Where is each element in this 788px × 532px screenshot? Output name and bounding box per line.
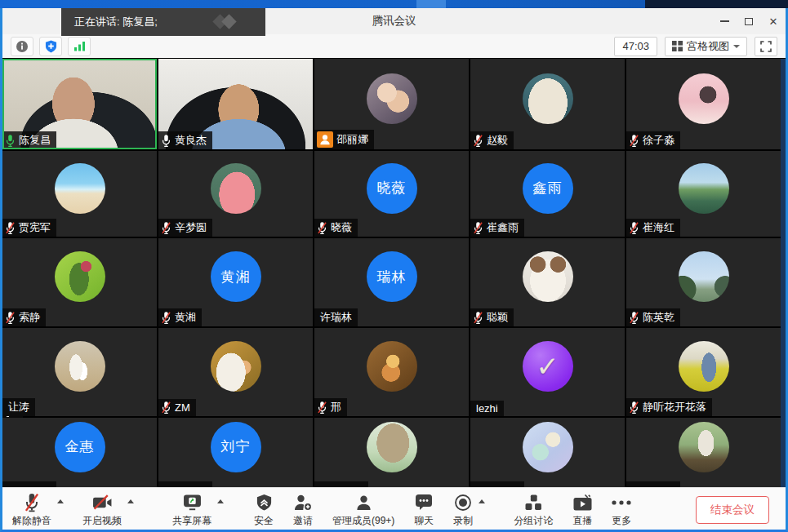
participant-tile[interactable]: 静听花开花落 <box>626 328 781 416</box>
info-icon <box>16 40 29 53</box>
window-controls: ✕ <box>712 8 786 34</box>
participant-tile[interactable]: 索静 <box>2 238 157 326</box>
participant-name: 辛梦圆 <box>175 220 207 235</box>
participant-avatar <box>211 163 261 214</box>
record-button[interactable]: 录制 <box>453 492 473 528</box>
end-meeting-button[interactable]: 结束会议 <box>696 496 769 524</box>
live-stream-button[interactable]: 直播 <box>572 492 592 528</box>
share-screen-button[interactable]: 共享屏幕 <box>172 492 211 528</box>
participant-tile[interactable]: 陈英乾 <box>626 238 781 326</box>
chevron-up-icon[interactable] <box>127 499 134 503</box>
security-button[interactable]: 安全 <box>254 492 274 528</box>
manage-members-label: 管理成员(99+) <box>332 514 394 528</box>
start-video-label: 开启视频 <box>82 514 122 528</box>
chat-button[interactable]: 聊天 <box>414 492 434 528</box>
breakout-rooms-button[interactable]: 分组讨论 <box>514 492 553 528</box>
start-video-button[interactable]: 开启视频 <box>82 492 122 528</box>
participant-name: 聪颖 <box>487 310 508 325</box>
participant-tile[interactable]: 崔海红 <box>626 151 781 237</box>
participant-tile[interactable]: 晓薇 晓薇 <box>314 151 469 237</box>
fullscreen-icon <box>760 41 772 52</box>
tencent-meeting-logo-icon <box>211 14 241 30</box>
speaking-indicator-overlay: 正在讲话: 陈复昌; <box>61 8 265 36</box>
participant-name: ZM <box>175 401 190 414</box>
participant-tile[interactable]: 鑫雨 崔鑫雨 <box>470 151 625 237</box>
participant-name: lezhi <box>476 402 498 415</box>
participant-tile[interactable] <box>626 418 781 487</box>
participant-avatar <box>679 73 729 124</box>
background-window-segment <box>416 0 446 8</box>
participant-name: 邵丽娜 <box>336 132 368 147</box>
security-status-button[interactable] <box>39 37 62 56</box>
chevron-up-icon[interactable] <box>217 499 224 503</box>
participant-name: 崔海红 <box>643 220 674 235</box>
meeting-info-button[interactable] <box>11 37 33 56</box>
header-toolbar: 47:03 宫格视图 <box>2 34 786 58</box>
chevron-up-icon[interactable] <box>57 499 64 503</box>
participant-name-label <box>626 481 680 487</box>
participant-name: 黄良杰 <box>175 133 207 148</box>
participant-name: 贾宪军 <box>19 220 51 235</box>
participant-name-label: 陈英乾 <box>626 308 680 326</box>
participant-tile[interactable]: 贾宪军 <box>2 151 157 237</box>
participant-tile[interactable] <box>470 418 625 487</box>
participant-name-label <box>158 481 212 487</box>
participant-tile[interactable]: 黄湘 黄湘 <box>158 238 313 326</box>
participant-tile[interactable]: ✓ lezhi <box>470 328 625 416</box>
participant-tile[interactable]: 聪颖 <box>470 238 625 326</box>
manage-members-button[interactable]: 管理成员(99+) <box>332 492 394 528</box>
participant-tile[interactable]: ZM <box>158 328 313 416</box>
participant-tile[interactable]: 刘宁 <box>158 418 313 487</box>
participant-grid: 陈复昌 黄良杰 邵丽娜 赵毅 徐子淼 <box>2 58 786 487</box>
more-button[interactable]: 更多 <box>612 492 631 528</box>
chevron-down-icon <box>733 45 740 48</box>
mic-status-icon <box>161 134 171 148</box>
participant-name-label: 聪颖 <box>470 308 514 326</box>
participant-avatar: 刘宁 <box>211 422 261 472</box>
participant-name-label <box>2 481 56 487</box>
participant-tile[interactable]: 徐子淼 <box>626 59 781 149</box>
invite-button[interactable]: 邀请 <box>293 492 313 528</box>
close-button[interactable]: ✕ <box>761 8 786 34</box>
meeting-timer: 47:03 <box>614 37 657 56</box>
participant-tile[interactable]: 辛梦圆 <box>158 151 313 237</box>
live-stream-label: 直播 <box>572 514 592 528</box>
layout-view-button[interactable]: 宫格视图 <box>665 37 747 56</box>
participant-tile[interactable]: 瑞林 许瑞林 <box>314 238 469 326</box>
participant-avatar <box>367 341 417 392</box>
chat-bubble-icon <box>415 494 433 511</box>
fullscreen-button[interactable] <box>755 37 777 56</box>
participant-tile[interactable]: 让涛 <box>2 328 157 416</box>
meeting-window: 腾讯会议 正在讲话: 陈复昌; ✕ <box>0 0 788 532</box>
chat-label: 聊天 <box>414 514 434 528</box>
record-label: 录制 <box>453 514 473 528</box>
breakout-rooms-icon <box>525 494 542 511</box>
participant-tile[interactable]: 陈复昌 <box>2 59 157 149</box>
participant-tile[interactable] <box>314 418 469 487</box>
participant-tile[interactable]: 黄良杰 <box>158 59 313 149</box>
participant-avatar <box>211 341 261 392</box>
participant-name: 陈英乾 <box>643 310 674 325</box>
more-label: 更多 <box>612 514 631 528</box>
participant-name: 黄湘 <box>175 310 196 325</box>
participant-tile[interactable]: 邢 <box>314 328 469 416</box>
minimize-button[interactable] <box>712 8 737 34</box>
participant-tile[interactable]: 邵丽娜 <box>314 59 469 149</box>
participant-name: 崔鑫雨 <box>487 220 519 235</box>
chevron-up-icon[interactable] <box>479 499 485 503</box>
maximize-button[interactable] <box>737 8 761 34</box>
bottom-toolbar: 解除静音 开启视频 <box>2 487 786 530</box>
participant-name: 陈复昌 <box>19 133 51 148</box>
participant-tile[interactable]: 金惠 <box>2 418 157 487</box>
participant-name-label <box>314 481 368 487</box>
participant-avatar <box>367 422 417 472</box>
unmute-button[interactable]: 解除静音 <box>12 492 51 528</box>
share-screen-label: 共享屏幕 <box>172 514 211 528</box>
participant-avatar: 晓薇 <box>367 163 417 214</box>
mic-status-icon <box>5 134 16 148</box>
participant-tile[interactable]: 赵毅 <box>470 59 625 149</box>
titlebar[interactable]: 腾讯会议 正在讲话: 陈复昌; ✕ <box>2 8 786 34</box>
participant-name: 静听花开花落 <box>643 400 706 415</box>
participant-avatar <box>55 341 105 392</box>
network-status-button[interactable] <box>68 37 91 56</box>
